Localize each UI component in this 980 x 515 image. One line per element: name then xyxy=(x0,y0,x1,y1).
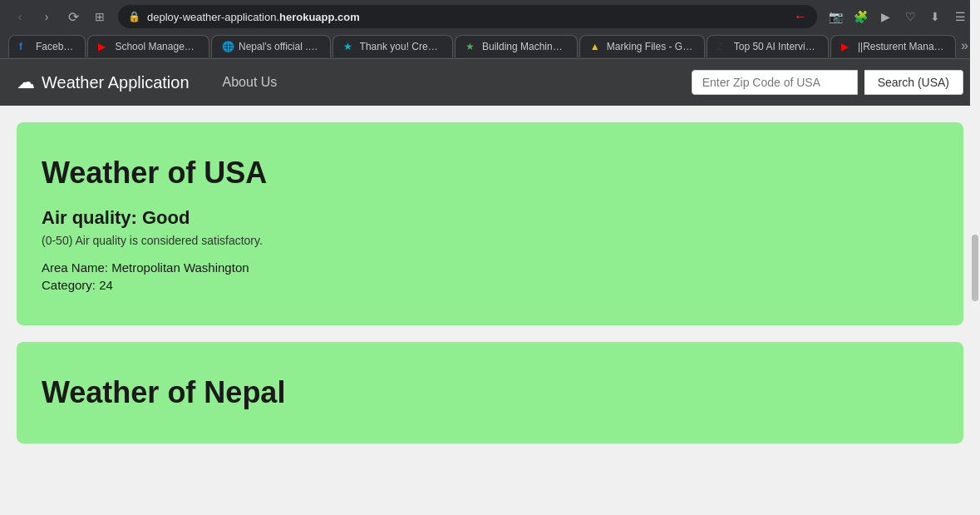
tab-nepal[interactable]: 🌐 Nepal's official .np... xyxy=(211,35,331,57)
air-quality-label: Air quality: Good xyxy=(42,207,938,229)
tab-marking-label: Marking Files - Goo... xyxy=(607,41,694,52)
scrollbar[interactable] xyxy=(970,0,980,515)
school-favicon: ▶ xyxy=(98,41,110,52)
lock-icon: 🔒 xyxy=(128,11,140,22)
category: Category: 24 xyxy=(42,278,938,292)
building-favicon: ★ xyxy=(465,41,477,52)
url-domain: herokuapp.com xyxy=(279,11,360,23)
tab-ai-label: Top 50 AI Interview... xyxy=(734,41,818,52)
cast-btn[interactable]: ▶ xyxy=(874,5,897,28)
screenshot-btn[interactable]: 📷 xyxy=(824,5,847,28)
tab-facebook-label: Facebook xyxy=(36,41,75,52)
zip-input[interactable] xyxy=(692,70,858,95)
usa-card-title: Weather of USA xyxy=(42,156,938,191)
nepal-card-title: Weather of Nepal xyxy=(42,375,938,410)
back-button[interactable]: ‹ xyxy=(8,5,32,28)
tabs-bar: f Facebook ▶ School Manageme... 🌐 Nepal'… xyxy=(0,33,980,59)
favorites-btn[interactable]: ♡ xyxy=(899,5,922,28)
browser-chrome: ‹ › ⟳ ⊞ 🔒 deploy-weather-application.her… xyxy=(0,0,980,59)
nav-buttons: ‹ › ⟳ ⊞ xyxy=(8,5,111,28)
browser-toolbar: ‹ › ⟳ ⊞ 🔒 deploy-weather-application.her… xyxy=(0,0,980,33)
usa-weather-card: Weather of USA Air quality: Good (0-50) … xyxy=(17,122,963,325)
download-btn[interactable]: ⬇ xyxy=(923,5,947,28)
tab-marking[interactable]: ▲ Marking Files - Goo... xyxy=(579,35,705,57)
tab-restaurant-label: ||Resturent Manage... xyxy=(858,41,945,52)
air-quality-desc: (0-50) Air quality is considered satisfa… xyxy=(42,234,938,247)
main-content: Weather of USA Air quality: Good (0-50) … xyxy=(0,106,980,515)
tab-school[interactable]: ▶ School Manageme... xyxy=(87,35,209,57)
scrollbar-thumb[interactable] xyxy=(972,235,978,301)
area-name: Area Name: Metropolitan Washington xyxy=(42,260,938,275)
tab-building-label: Building Machine L... xyxy=(482,41,567,52)
app-navbar: ☁ Weather Application About Us Search (U… xyxy=(0,59,980,106)
tab-school-label: School Manageme... xyxy=(115,41,199,52)
cloud-icon: ☁ xyxy=(17,72,35,93)
app-brand: ☁ Weather Application xyxy=(17,72,190,93)
extensions-btn[interactable]: 🧩 xyxy=(849,5,872,28)
address-bar[interactable]: 🔒 deploy-weather-application.herokuapp.c… xyxy=(118,5,817,28)
url-text: deploy-weather-application.herokuapp.com xyxy=(147,11,787,23)
tab-thankyou[interactable]: ★ Thank you! Create... xyxy=(332,35,453,57)
browser-actions: 📷 🧩 ▶ ♡ ⬇ ☰ xyxy=(824,5,972,28)
menu-btn[interactable]: ☰ xyxy=(948,5,972,28)
marking-favicon: ▲ xyxy=(590,41,602,52)
restaurant-favicon: ▶ xyxy=(841,41,853,52)
tab-ai[interactable]: Z Top 50 AI Interview... xyxy=(707,35,829,57)
ai-favicon: Z xyxy=(717,41,729,52)
facebook-favicon: f xyxy=(19,41,31,52)
nepal-favicon: 🌐 xyxy=(222,41,234,52)
tab-restaurant[interactable]: ▶ ||Resturent Manage... xyxy=(830,35,956,57)
app-title: Weather Application xyxy=(42,73,190,92)
forward-button[interactable]: › xyxy=(35,5,58,28)
redirect-arrow: ← xyxy=(794,9,807,24)
grid-button[interactable]: ⊞ xyxy=(88,5,111,28)
tab-building[interactable]: ★ Building Machine L... xyxy=(455,35,578,57)
url-prefix: deploy-weather-application. xyxy=(147,11,279,23)
about-us-link[interactable]: About Us xyxy=(214,75,286,90)
nepal-weather-card: Weather of Nepal xyxy=(17,342,963,443)
navbar-right: Search (USA) xyxy=(692,70,963,95)
tab-thankyou-label: Thank you! Create... xyxy=(360,41,442,52)
reload-button[interactable]: ⟳ xyxy=(62,5,85,28)
tab-nepal-label: Nepal's official .np... xyxy=(239,41,320,52)
search-button[interactable]: Search (USA) xyxy=(864,70,963,95)
tab-facebook[interactable]: f Facebook xyxy=(8,35,86,57)
thankyou-favicon: ★ xyxy=(343,41,355,52)
